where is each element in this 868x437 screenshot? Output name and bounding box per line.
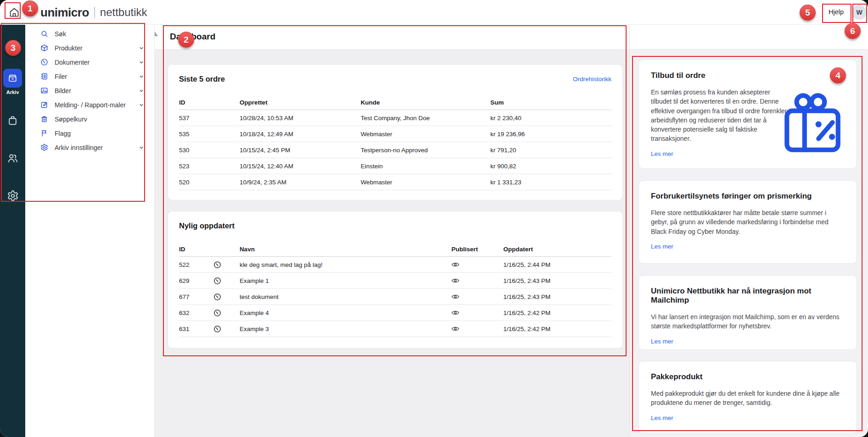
user-avatar[interactable]: W — [852, 5, 867, 20]
page-title: Dashboard — [170, 32, 215, 42]
card-title: Nylig oppdatert — [179, 221, 235, 230]
app-logo: unimicro nettbutikk — [40, 0, 147, 25]
cell-name: test dokument — [240, 293, 452, 300]
cell-created: 10/18/24, 12:49 AM — [240, 131, 361, 138]
sidebar-item-flagg[interactable]: Flagg — [25, 126, 154, 140]
rail-item-settings[interactable] — [0, 190, 25, 202]
news-body: Vi har lansert en integrasjon mot Mailch… — [651, 312, 845, 331]
table-row[interactable]: 535 10/18/24, 12:49 AM Webmaster kr 19 2… — [179, 126, 611, 142]
col-header-customer: Kunde — [361, 99, 491, 106]
table-row[interactable]: 631 Example 3 1/16/25, 2:42 PM — [179, 321, 611, 337]
logo-product-text: nettbutikk — [100, 6, 147, 19]
rail-item-arkiv[interactable] — [3, 69, 22, 88]
cell-name: kle deg smart, med lag på lag! — [240, 261, 452, 268]
eye-icon — [451, 326, 503, 332]
cell-updated: 1/16/25, 2:43 PM — [503, 293, 611, 300]
news-body: Flere store nettbutikkaktører har måtte … — [651, 208, 845, 236]
col-header-name: Navn — [240, 246, 452, 253]
news-card-pakkeprodukt: Pakkeprodukt Med pakkeprodukt gjør du de… — [638, 361, 857, 434]
news-card-prismerking: Forbrukertilsynets føringer om prismerki… — [638, 180, 857, 264]
col-header-id: ID — [179, 99, 240, 106]
cell-id: 631 — [179, 326, 213, 332]
help-button[interactable]: Hjelp — [826, 6, 846, 17]
sidebar-item-maler[interactable]: Melding- / Rapport-maler — [25, 98, 154, 112]
page-type-globe-icon — [213, 309, 240, 317]
read-more-link[interactable]: Les mer — [651, 150, 673, 157]
cell-id: 629 — [179, 277, 213, 284]
archive-sidebar: Søk Produkter Dokumenter — [25, 25, 155, 437]
eye-icon — [451, 261, 503, 268]
chevron-down-icon — [139, 60, 144, 65]
sidebar-item-label: Flagg — [55, 130, 71, 137]
home-button[interactable] — [6, 5, 22, 20]
users-icon — [7, 152, 19, 164]
order-history-link[interactable]: Ordrehistorikk — [573, 76, 611, 83]
table-row[interactable]: 632 Example 4 1/16/25, 2:42 PM — [179, 305, 611, 321]
sidebar-item-label: Filer — [55, 73, 67, 80]
sidebar-item-sok[interactable]: Søk — [25, 27, 154, 41]
eye-icon — [451, 310, 503, 316]
table-row[interactable]: 677 test dokument 1/16/25, 2:43 PM — [179, 289, 611, 305]
page-type-globe-icon — [213, 293, 240, 301]
trash-icon — [40, 115, 49, 123]
cell-updated: 1/16/25, 2:42 PM — [503, 326, 611, 332]
sidebar-item-produkter[interactable]: Produkter — [25, 41, 154, 55]
cell-updated: 1/16/25, 2:43 PM — [503, 277, 611, 284]
card-title: Siste 5 ordre — [179, 75, 225, 83]
table-row[interactable]: 530 10/15/24, 2:45 PM Testperson-no Appr… — [179, 142, 611, 158]
read-more-link[interactable]: Les mer — [651, 415, 673, 421]
page-header: Dashboard — [155, 25, 629, 50]
sidebar-item-label: Søk — [55, 30, 66, 38]
table-row[interactable]: 629 Example 1 1/16/25, 2:43 PM — [179, 273, 611, 289]
search-icon — [40, 30, 49, 38]
archive-icon — [7, 72, 18, 84]
globe-clock-icon — [40, 58, 49, 66]
col-header-sum: Sum — [490, 99, 611, 106]
sidebar-item-arkiv-innstillinger[interactable]: Arkiv innstillinger — [25, 140, 154, 155]
home-icon — [9, 7, 20, 18]
news-panel-header — [630, 25, 868, 50]
cell-created: 10/15/24, 2:45 PM — [240, 147, 361, 154]
cell-id: 522 — [179, 261, 213, 268]
sidebar-item-label: Søppelkurv — [55, 116, 87, 123]
cell-created: 10/9/24, 2:35 AM — [240, 179, 361, 186]
table-row[interactable]: 523 10/15/24, 12:40 AM Einstein kr 900,8… — [179, 158, 611, 174]
col-header-updated: Oppdatert — [503, 246, 611, 253]
cell-id: 632 — [179, 310, 213, 316]
flag-icon — [40, 129, 49, 138]
cell-customer: Testperson-no Approved — [361, 147, 491, 154]
cell-created: 10/28/24, 10:53 AM — [240, 115, 361, 122]
news-title: Unimicro Nettbutikk har nå integrasjon m… — [651, 287, 845, 305]
cell-id: 523 — [179, 163, 240, 170]
top-bar: unimicro nettbutikk Hjelp W — [0, 0, 868, 25]
sidebar-item-label: Dokumenter — [55, 59, 90, 66]
sidebar-item-bilder[interactable]: Bilder — [25, 83, 154, 98]
chevron-down-icon — [139, 88, 144, 94]
rail-item-customers[interactable] — [0, 152, 25, 164]
sidebar-item-filer[interactable]: Filer — [25, 69, 154, 83]
cell-customer: Einstein — [361, 163, 491, 170]
image-icon — [40, 87, 49, 95]
cell-id: 530 — [179, 147, 240, 154]
read-more-link[interactable]: Les mer — [651, 243, 673, 250]
logo-divider — [94, 7, 95, 18]
cell-created: 10/15/24, 12:40 AM — [240, 163, 361, 170]
read-more-link[interactable]: Les mer — [651, 338, 673, 345]
table-header-row: ID Navn Publisert Oppdatert — [179, 242, 611, 257]
news-body: Med pakkeprodukt gjør du det enkelt for … — [651, 389, 845, 408]
sidebar-item-dokumenter[interactable]: Dokumenter — [25, 55, 154, 69]
sidebar-item-soppelkurv[interactable]: Søppelkurv — [25, 112, 154, 126]
rail-item-shop[interactable] — [0, 115, 25, 126]
sidebar-item-label: Bilder — [55, 87, 71, 94]
logo-brand-text: unimicro — [40, 6, 89, 20]
cell-id: 537 — [179, 115, 240, 122]
cell-id: 677 — [179, 293, 213, 300]
page-type-globe-icon — [213, 261, 240, 269]
table-row[interactable]: 520 10/9/24, 2:35 AM Webmaster kr 1 331,… — [179, 174, 611, 190]
edit-template-icon — [40, 101, 49, 109]
sidebar-item-label: Produkter — [55, 44, 83, 52]
app-window: unimicro nettbutikk Hjelp W Arkiv — [0, 0, 868, 437]
table-row[interactable]: 537 10/28/24, 10:53 AM Test Company, Jho… — [179, 110, 611, 126]
table-row[interactable]: 522 kle deg smart, med lag på lag! 1/16/… — [179, 257, 611, 273]
cell-customer: Webmaster — [361, 131, 491, 138]
